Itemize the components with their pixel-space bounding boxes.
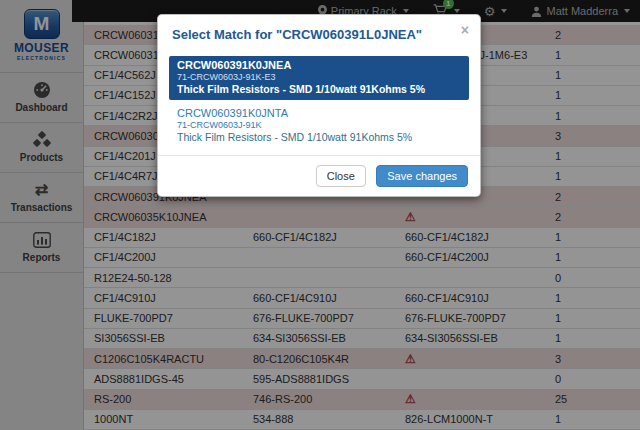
app-window: Primary Rack 1 ⚙ Matt Madderra xyxy=(0,0,640,430)
match-part-number: CRCW060391K0JNTA xyxy=(177,107,461,120)
match-option-selected[interactable]: CRCW060391K0JNEA 71-CRCW0603J-91K-E3 Thi… xyxy=(169,56,469,100)
modal-header: Select Match for "CRCW060391L0JNEA" × xyxy=(158,15,480,51)
modal-footer: Close Save changes xyxy=(158,155,480,196)
select-match-modal: Select Match for "CRCW060391L0JNEA" × CR… xyxy=(157,14,481,197)
match-part-number: CRCW060391K0JNEA xyxy=(177,59,461,72)
match-mouser-number: 71-CRCW0603J-91K xyxy=(177,120,461,131)
close-icon[interactable]: × xyxy=(461,23,469,37)
save-changes-button[interactable]: Save changes xyxy=(376,165,468,187)
match-option[interactable]: CRCW060391K0JNTA 71-CRCW0603J-91K Thick … xyxy=(169,104,469,148)
close-button[interactable]: Close xyxy=(316,165,366,187)
modal-body: CRCW060391K0JNEA 71-CRCW0603J-91K-E3 Thi… xyxy=(158,51,480,155)
match-description: Thick Film Resistors - SMD 1/10watt 91Ko… xyxy=(177,83,461,96)
match-description: Thick Film Resistors - SMD 1/10watt 91Ko… xyxy=(177,131,461,144)
modal-title: Select Match for "CRCW060391L0JNEA" xyxy=(172,27,422,42)
match-mouser-number: 71-CRCW0603J-91K-E3 xyxy=(177,72,461,83)
